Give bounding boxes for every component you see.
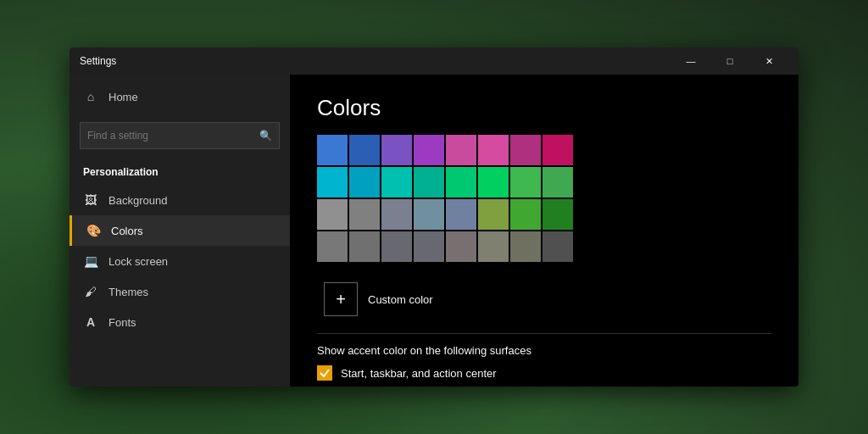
color-swatch[interactable] [542,231,573,262]
color-swatch[interactable] [510,199,541,230]
color-swatch-grid [317,135,771,262]
checkbox-checked-icon [317,365,332,381]
page-title: Colors [317,95,771,121]
color-swatch[interactable] [414,167,444,198]
home-icon: ⌂ [83,90,98,103]
fonts-label: Fonts [108,316,136,329]
color-swatch[interactable] [510,231,541,262]
checkmark-icon [320,368,330,378]
colors-icon: 🎨 [86,224,101,237]
color-swatch[interactable] [381,199,412,230]
color-swatch[interactable] [478,167,509,198]
custom-color-box: + [324,282,358,316]
personalization-heading: Personalization [70,156,290,185]
search-input[interactable] [87,130,259,142]
color-swatch[interactable] [349,231,380,262]
color-swatch[interactable] [381,231,412,262]
minimize-button[interactable]: — [671,47,710,75]
taskbar-checkbox-label: Start, taskbar, and action center [341,367,497,380]
main-content: Colors + Custom color Show accent color … [290,75,798,387]
color-swatch[interactable] [317,167,348,198]
color-swatch[interactable] [414,199,444,230]
color-swatch[interactable] [349,135,380,165]
color-swatch[interactable] [510,135,541,165]
color-swatch[interactable] [542,167,573,198]
themes-label: Themes [108,286,148,298]
search-box[interactable]: 🔍 [80,122,280,149]
titlebar: Settings — □ ✕ [70,47,798,75]
color-swatch[interactable] [446,231,476,262]
taskbar-checkbox-row[interactable]: Start, taskbar, and action center [317,365,771,381]
custom-color-button[interactable]: + Custom color [317,275,440,323]
color-swatch[interactable] [317,231,348,262]
custom-color-label: Custom color [368,293,433,306]
color-swatch[interactable] [446,135,476,165]
settings-window: Settings — □ ✕ ⌂ Home 🔍 Personalization … [70,47,798,387]
color-swatch[interactable] [510,167,541,198]
color-swatch[interactable] [478,135,509,165]
background-label: Background [108,194,167,207]
color-swatch[interactable] [349,199,380,230]
background-icon: 🖼 [83,193,98,207]
sidebar-item-lock-screen[interactable]: 💻 Lock screen [70,246,290,276]
sidebar-item-background[interactable]: 🖼 Background [70,185,290,215]
color-swatch[interactable] [317,135,348,165]
lock-screen-icon: 💻 [83,254,98,268]
window-controls: — □ ✕ [671,47,788,75]
color-swatch[interactable] [381,167,412,198]
color-swatch[interactable] [478,231,509,262]
fonts-icon: A [83,315,98,329]
colors-label: Colors [111,225,143,237]
color-swatch[interactable] [349,167,380,198]
color-swatch[interactable] [542,135,573,165]
divider [317,333,771,334]
maximize-button[interactable]: □ [710,47,749,75]
color-swatch[interactable] [317,199,348,230]
sidebar-item-fonts[interactable]: A Fonts [70,307,290,337]
color-swatch[interactable] [414,231,444,262]
color-swatch[interactable] [478,199,509,230]
window-title: Settings [80,55,671,67]
sidebar: ⌂ Home 🔍 Personalization 🖼 Background 🎨 … [70,75,290,387]
sidebar-item-home[interactable]: ⌂ Home [70,81,290,112]
color-swatch[interactable] [414,135,444,165]
color-swatch[interactable] [446,167,476,198]
sidebar-item-colors[interactable]: 🎨 Colors [70,215,290,246]
color-swatch[interactable] [381,135,412,165]
home-label: Home [108,91,138,103]
search-icon: 🔍 [259,130,272,142]
color-swatch[interactable] [446,199,476,230]
themes-icon: 🖌 [83,285,98,298]
content-area: ⌂ Home 🔍 Personalization 🖼 Background 🎨 … [70,75,798,387]
sidebar-item-themes[interactable]: 🖌 Themes [70,276,290,307]
plus-icon: + [336,290,346,309]
color-swatch[interactable] [542,199,573,230]
accent-section-label: Show accent color on the following surfa… [317,344,771,357]
lock-screen-label: Lock screen [108,255,168,268]
close-button[interactable]: ✕ [749,47,788,75]
